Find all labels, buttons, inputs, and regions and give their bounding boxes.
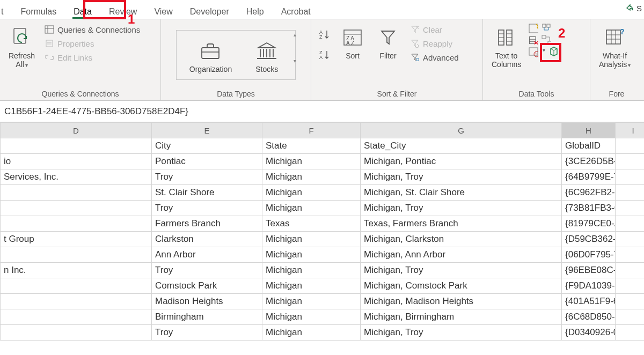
cell[interactable]: State xyxy=(262,138,361,154)
share-button[interactable]: S xyxy=(623,2,644,14)
cell[interactable]: t Group xyxy=(1,232,152,247)
data-validation-dropdown[interactable]: ▾ xyxy=(543,47,545,57)
table-row[interactable]: ioPontiacMichiganMichigan, Pontiac{3CE26… xyxy=(1,154,645,169)
cell[interactable]: Pontiac xyxy=(152,154,262,169)
cell[interactable]: Michigan, Troy xyxy=(361,201,562,216)
cell[interactable] xyxy=(616,216,645,232)
cell[interactable]: Michigan, Ann Arbor xyxy=(361,247,562,263)
cell[interactable]: Michigan xyxy=(262,201,361,216)
tab-acrobat[interactable]: Acrobat xyxy=(273,4,319,19)
table-row[interactable]: Services, Inc.TroyMichiganMichigan, Troy… xyxy=(1,169,645,185)
cell[interactable]: Clarkston xyxy=(152,232,262,247)
table-row[interactable]: Comstock ParkMichiganMichigan, Comstock … xyxy=(1,278,645,294)
cell[interactable]: Michigan xyxy=(262,154,361,169)
cell[interactable] xyxy=(616,263,645,278)
cell[interactable] xyxy=(1,185,152,201)
cell[interactable]: Services, Inc. xyxy=(1,169,152,185)
cell[interactable]: Michigan xyxy=(262,169,361,185)
cell[interactable] xyxy=(616,247,645,263)
cell[interactable] xyxy=(616,325,645,341)
table-row[interactable]: CityStateState_CityGlobalID xyxy=(1,138,645,154)
cell[interactable]: Michigan xyxy=(262,278,361,294)
cell[interactable]: Michigan xyxy=(262,185,361,201)
col-header-E[interactable]: E xyxy=(152,123,262,138)
cell[interactable]: Troy xyxy=(152,325,262,341)
cell[interactable]: {06D0F795-7F63- xyxy=(562,247,616,263)
cell[interactable]: Michigan xyxy=(262,325,361,341)
cell[interactable]: Troy xyxy=(152,201,262,216)
column-header-row[interactable]: D E F G H I xyxy=(1,123,645,138)
cell[interactable] xyxy=(1,216,152,232)
cell[interactable]: Michigan xyxy=(262,247,361,263)
cell[interactable]: {96EBE08C-127F- xyxy=(562,263,616,278)
cell[interactable] xyxy=(1,201,152,216)
what-if-analysis-button[interactable]: ? What-If Analysis▾ xyxy=(596,23,634,69)
cell[interactable] xyxy=(1,247,152,263)
sort-desc-button[interactable]: ZA xyxy=(317,48,333,61)
cell[interactable]: Michigan, Troy xyxy=(361,169,562,185)
cell[interactable]: Comstock Park xyxy=(152,278,262,294)
cell[interactable] xyxy=(616,154,645,169)
manage-data-model-button[interactable] xyxy=(548,47,558,57)
advanced-filter-button[interactable]: Advanced xyxy=(408,51,461,63)
table-row[interactable]: TroyMichiganMichigan, Troy{D0340926-0797… xyxy=(1,325,645,341)
cell[interactable]: Michigan, Pontiac xyxy=(361,154,562,169)
cell[interactable]: {6C68D850-6AD5 xyxy=(562,309,616,325)
tab-review[interactable]: Review xyxy=(100,4,145,19)
tab-developer[interactable]: Developer xyxy=(181,4,238,19)
table-row[interactable]: Farmers BranchTexasTexas, Farmers Branch… xyxy=(1,216,645,232)
formula-bar[interactable]: C1B56F1-24EE-4775-BB56-306D758E2D4F} xyxy=(0,101,644,122)
organization-button[interactable]: Organization xyxy=(186,36,235,73)
col-header-I[interactable]: I xyxy=(616,123,645,138)
tab-partial-left[interactable]: t xyxy=(0,4,12,19)
cell[interactable] xyxy=(616,278,645,294)
relationships-button[interactable] xyxy=(541,35,551,45)
cell[interactable] xyxy=(616,201,645,216)
cell[interactable]: Texas xyxy=(262,216,361,232)
table-row[interactable]: St. Clair ShoreMichiganMichigan, St. Cla… xyxy=(1,185,645,201)
flash-fill-button[interactable] xyxy=(529,24,538,33)
refresh-all-button[interactable]: Refresh All▾ xyxy=(5,23,38,69)
table-row[interactable]: Madison HeightsMichiganMichigan, Madison… xyxy=(1,294,645,309)
cell[interactable]: Troy xyxy=(152,263,262,278)
spreadsheet-grid[interactable]: D E F G H I CityStateState_CityGlobalIDi… xyxy=(0,122,644,341)
cell[interactable]: State_City xyxy=(361,138,562,154)
tab-help[interactable]: Help xyxy=(238,4,273,19)
cell[interactable]: Ann Arbor xyxy=(152,247,262,263)
cell[interactable]: Michigan, Birmingham xyxy=(361,309,562,325)
sort-button[interactable]: Z A A Z Sort xyxy=(337,23,368,60)
cell[interactable]: {73B81FB3-6CA8- xyxy=(562,201,616,216)
cell[interactable]: Michigan xyxy=(262,232,361,247)
cell[interactable] xyxy=(616,185,645,201)
tab-formulas[interactable]: Formulas xyxy=(12,4,65,19)
cell[interactable]: Michigan, Troy xyxy=(361,325,562,341)
consolidate-button[interactable] xyxy=(541,24,551,33)
filter-button[interactable]: Filter xyxy=(372,23,404,60)
stocks-button[interactable]: Stocks xyxy=(248,36,286,73)
table-row[interactable]: BirminghamMichiganMichigan, Birmingham{6… xyxy=(1,309,645,325)
col-header-H[interactable]: H xyxy=(562,123,616,138)
text-to-columns-button[interactable]: Text to Columns xyxy=(488,23,524,69)
cell[interactable]: Farmers Branch xyxy=(152,216,262,232)
cell[interactable] xyxy=(1,138,152,154)
cell[interactable]: {F9DA1039-2501- xyxy=(562,278,616,294)
table-row[interactable]: TroyMichiganMichigan, Troy{73B81FB3-6CA8… xyxy=(1,201,645,216)
cell[interactable] xyxy=(1,294,152,309)
cell[interactable]: Michigan, Clarkston xyxy=(361,232,562,247)
table-row[interactable]: t GroupClarkstonMichiganMichigan, Clarks… xyxy=(1,232,645,247)
cell[interactable]: {401A51F9-63C3- xyxy=(562,294,616,309)
cell[interactable]: {D59CB362-2B3B- xyxy=(562,232,616,247)
cell[interactable]: City xyxy=(152,138,262,154)
cell[interactable]: Troy xyxy=(152,169,262,185)
cell[interactable]: {64B9799E-76CE- xyxy=(562,169,616,185)
cell[interactable] xyxy=(616,138,645,154)
col-header-F[interactable]: F xyxy=(262,123,361,138)
queries-connections-button[interactable]: Queries & Connections xyxy=(42,24,142,35)
datatypes-scroll-down-icon[interactable]: ▾ xyxy=(294,58,296,64)
cell[interactable]: {D0340926-0797- xyxy=(562,325,616,341)
datatypes-scroll-up-icon[interactable]: ▴ xyxy=(294,32,296,38)
data-validation-button[interactable] xyxy=(529,47,538,57)
cell[interactable]: Michigan, Madison Heights xyxy=(361,294,562,309)
tab-view[interactable]: View xyxy=(145,4,181,19)
cell[interactable]: io xyxy=(1,154,152,169)
